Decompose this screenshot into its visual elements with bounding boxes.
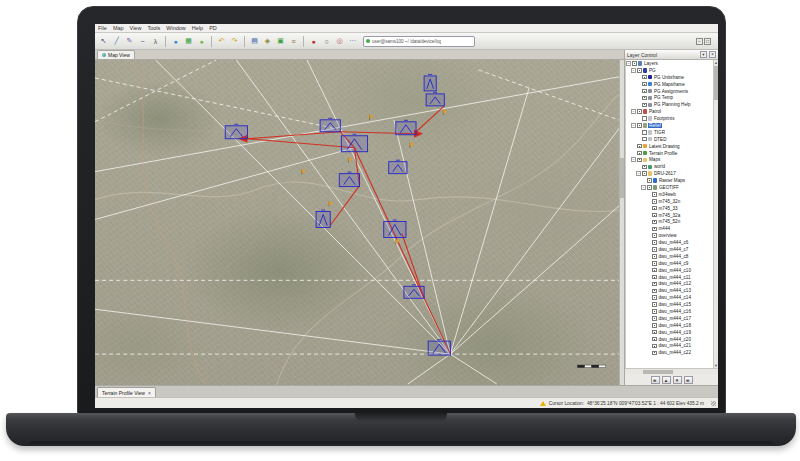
unit-symbol[interactable] [341, 134, 367, 151]
layer-tree-row[interactable]: dwu_m444_c20 [626, 336, 713, 343]
layer-tree-row[interactable]: dwu_m444_c17 [626, 315, 713, 322]
menu-item-file[interactable]: File [98, 25, 107, 31]
layer-tree-row[interactable]: Terrain Profile [626, 150, 713, 157]
draw-line-icon[interactable]: ╱ [111, 36, 122, 47]
tree-expander-icon[interactable]: − [641, 185, 646, 190]
layer-checkbox[interactable] [642, 96, 647, 101]
flag-marker[interactable] [410, 143, 413, 148]
layer-checkbox[interactable] [652, 192, 657, 197]
layer-up-icon[interactable]: ▲ [662, 376, 671, 384]
restore-toolbar-icon[interactable]: □ [704, 38, 711, 45]
layer-tree-row[interactable]: DTED [626, 136, 713, 143]
layer-tree-row[interactable]: dwu_m444_c13 [626, 287, 713, 294]
layer-tree-row[interactable]: m745_33 [626, 205, 713, 212]
menu-item-window[interactable]: Window [166, 25, 186, 31]
layer-checkbox[interactable] [642, 116, 647, 121]
layer-checkbox[interactable] [652, 199, 657, 204]
layer-tree-row[interactable]: PG Assignments [626, 88, 713, 95]
minimize-toolbar-icon[interactable]: − [696, 38, 703, 45]
layer-tree-row[interactable]: dwu_m444_c16 [626, 308, 713, 315]
layer-checkbox[interactable] [642, 75, 647, 80]
layer-checkbox[interactable] [647, 185, 652, 190]
map-canvas[interactable] [95, 60, 624, 385]
layer-tree-hscrollbar[interactable] [625, 368, 718, 374]
menu-item-map[interactable]: Map [113, 25, 124, 31]
layer-checkbox[interactable] [652, 254, 657, 259]
layer-tree-row[interactable]: dwu_m444_c12 [626, 281, 713, 288]
layer-tree-row[interactable]: Latest Drawing [626, 143, 713, 150]
layer-tree-row[interactable]: TIGR [626, 129, 713, 136]
layer-checkbox[interactable] [642, 137, 647, 142]
flag-marker[interactable] [348, 158, 351, 163]
layer-checkbox[interactable] [652, 227, 657, 232]
layer-tree-row[interactable]: dwu_m444_c22 [626, 349, 713, 356]
layer-tree-row[interactable]: PG Unitsframe [626, 74, 713, 81]
layer-checkbox[interactable] [652, 351, 657, 356]
layer-checkbox[interactable] [652, 247, 657, 252]
layer-tree-row[interactable]: −Layers [626, 60, 713, 67]
layer-checkbox[interactable] [637, 68, 642, 73]
flag-marker[interactable] [302, 170, 305, 175]
tab-map-view[interactable]: Map View [97, 50, 135, 59]
layer-checkbox[interactable] [652, 316, 657, 321]
undo-icon[interactable]: ↶ [216, 36, 227, 47]
tree-expander-icon[interactable]: − [631, 157, 636, 162]
layer-tree-row[interactable]: Footprints [626, 115, 713, 122]
layer-tree-row[interactable]: dwu_m444_c14 [626, 294, 713, 301]
layer-checkbox[interactable] [652, 261, 657, 266]
layer-tree-row[interactable]: −DRU-2617 [626, 170, 713, 177]
layer-checkbox[interactable] [637, 123, 642, 128]
unit-symbol[interactable] [389, 160, 407, 173]
unit-symbol[interactable] [396, 120, 416, 134]
layer-tree-row[interactable]: −Maps [626, 156, 713, 163]
layer-tree-row[interactable]: PG Planning Help [626, 101, 713, 108]
image-layer-icon[interactable]: ▦ [183, 36, 194, 47]
panel-dropdown-icon[interactable]: ▾ [700, 51, 707, 58]
layer-checkbox[interactable] [637, 158, 642, 163]
zoom-tool-icon[interactable]: ○ [321, 36, 332, 47]
menu-item-tools[interactable]: Tools [147, 25, 160, 31]
layer-checkbox[interactable] [652, 275, 657, 280]
layer-tree-row[interactable]: dwu_m444_c8 [626, 253, 713, 260]
layer-tree-row[interactable]: PG Mapsframe [626, 81, 713, 88]
layer-tree-row[interactable]: PG Temp [626, 94, 713, 101]
tab-terrain-profile-view[interactable]: Terrain Profile View × [97, 387, 156, 397]
unit-symbol[interactable] [428, 340, 450, 355]
menu-item-pd[interactable]: PD [209, 25, 217, 31]
layer-checkbox[interactable] [652, 233, 657, 238]
layer-tree-row[interactable]: dwu_m444_c11 [626, 274, 713, 281]
layer-checkbox[interactable] [652, 330, 657, 335]
unit-symbol[interactable] [225, 124, 247, 138]
layer-checkbox[interactable] [642, 165, 647, 170]
layer-tree-row[interactable]: dwu_m444_c6 [626, 239, 713, 246]
layer-checkbox[interactable] [642, 82, 647, 87]
layer-tree-row[interactable]: −GEOTIFF [626, 184, 713, 191]
save-icon[interactable]: ▤ [249, 36, 260, 47]
layer-tree-row[interactable]: dwu_m444_c7 [626, 246, 713, 253]
redo-icon[interactable]: ↷ [229, 36, 240, 47]
layer-checkbox[interactable] [642, 89, 647, 94]
layer-tree-row[interactable]: dwu_m444_c10 [626, 267, 713, 274]
layers-icon[interactable]: ≡ [288, 36, 299, 47]
layer-down-icon[interactable]: ▼ [673, 376, 682, 384]
layer-checkbox[interactable] [652, 289, 657, 294]
unit-symbol[interactable] [426, 92, 444, 105]
layer-list-icon[interactable]: ≣ [651, 376, 660, 384]
layer-checkbox[interactable] [637, 151, 642, 156]
layer-tree-row[interactable]: overview [626, 232, 713, 239]
layer-checkbox[interactable] [652, 206, 657, 211]
erase-segment-icon[interactable]: − [137, 36, 148, 47]
flag-marker[interactable] [329, 202, 332, 207]
layer-checkbox[interactable] [642, 103, 647, 108]
layer-checkbox[interactable] [632, 61, 637, 66]
target-icon[interactable]: ◎ [334, 36, 345, 47]
layer-checkbox[interactable] [652, 344, 657, 349]
tree-expander-icon[interactable]: − [636, 171, 641, 176]
path-tool-icon[interactable]: λ [150, 36, 161, 47]
layer-tree-row[interactable]: world [626, 163, 713, 170]
layer-checkbox[interactable] [642, 130, 647, 135]
unit-symbol[interactable] [339, 172, 359, 186]
menu-item-help[interactable]: Help [192, 25, 203, 31]
unit-symbol[interactable] [424, 74, 436, 90]
layer-tree-row[interactable]: m745_52n [626, 218, 713, 225]
